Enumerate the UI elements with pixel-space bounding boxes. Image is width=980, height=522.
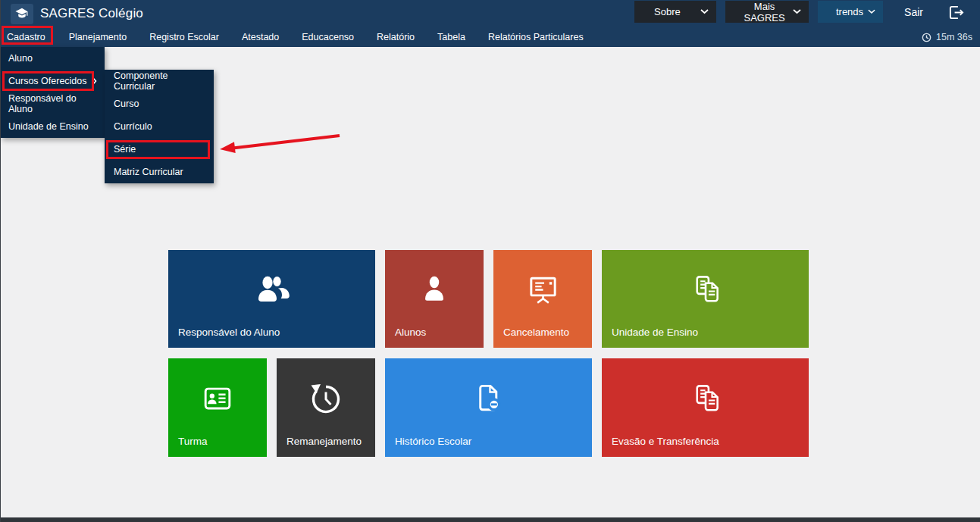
annotation-arrow xyxy=(214,127,343,156)
menubar-items: Cadastro Planejamento Registro Escolar A… xyxy=(1,27,595,47)
tile-label: Histórico Escolar xyxy=(385,436,592,457)
sair-button[interactable]: Sair xyxy=(892,2,934,23)
tile-alunos[interactable]: Alunos xyxy=(385,250,484,348)
clock-icon xyxy=(922,33,931,42)
tile-turma[interactable]: Turma xyxy=(168,358,267,457)
mais-sagres-dropdown[interactable]: Mais SAGRES xyxy=(725,1,809,23)
tile-label: Alunos xyxy=(385,327,484,348)
tile-grid: Responsável do Aluno Alunos Cancelamento xyxy=(168,250,809,457)
app-logo[interactable] xyxy=(11,4,33,24)
submenu-item-componente-curricular[interactable]: Componente Curricular xyxy=(105,70,214,92)
menu-item-relatorios-particulares[interactable]: Relatórios Particulares xyxy=(477,27,595,47)
users-icon xyxy=(168,250,375,327)
app-title: SAGRES Colégio xyxy=(40,6,143,21)
document-minus-icon xyxy=(385,358,592,436)
session-timer-value: 15m 36s xyxy=(936,32,972,42)
topbar: SAGRES Colégio Sobre Mais SAGRES trends … xyxy=(1,0,980,27)
graduation-cap-icon xyxy=(14,7,30,20)
tile-responsavel-do-aluno[interactable]: Responsável do Aluno xyxy=(168,250,375,348)
tile-evasao-e-transferencia[interactable]: Evasão e Transferência xyxy=(602,358,809,457)
brand: SAGRES Colégio xyxy=(1,4,143,24)
sobre-dropdown[interactable]: Sobre xyxy=(634,1,716,23)
submenu-item-matriz-curricular[interactable]: Matriz Curricular xyxy=(105,161,214,183)
copy-documents-icon xyxy=(602,250,809,327)
sobre-label: Sobre xyxy=(654,6,681,17)
trends-label: trends xyxy=(836,6,863,17)
dropdown-item-responsavel-do-aluno[interactable]: Responsável do Aluno xyxy=(1,92,105,115)
tile-unidade-de-ensino[interactable]: Unidade de Ensino xyxy=(602,250,809,348)
user-icon xyxy=(385,250,484,327)
presentation-board-icon xyxy=(493,250,592,327)
dropdown-item-cursos-oferecidos[interactable]: Cursos Oferecidos xyxy=(1,70,105,92)
menu-item-educacenso[interactable]: Educacenso xyxy=(290,27,365,47)
topbar-right: Sobre Mais SAGRES trends Sair xyxy=(634,0,980,27)
menu-item-relatorio[interactable]: Relatório xyxy=(365,27,426,47)
dropdown-item-aluno[interactable]: Aluno xyxy=(1,47,105,70)
chevron-down-icon xyxy=(700,9,709,14)
tile-label: Responsável do Aluno xyxy=(168,327,375,348)
tile-label: Turma xyxy=(168,436,267,457)
menu-item-cadastro[interactable]: Cadastro xyxy=(7,27,58,47)
mais-sagres-label: Mais SAGRES xyxy=(736,1,793,23)
bottom-edge-bar xyxy=(1,517,980,522)
chevron-down-icon xyxy=(793,9,801,14)
submenu-item-curso[interactable]: Curso xyxy=(105,92,214,115)
tile-label: Evasão e Transferência xyxy=(602,436,809,457)
contact-card-icon xyxy=(168,358,267,436)
chevron-down-icon xyxy=(868,9,875,14)
history-clock-icon xyxy=(277,358,375,436)
copy-documents-icon xyxy=(602,358,809,436)
cursos-oferecidos-submenu-panel: Componente Curricular Curso Currículo Sé… xyxy=(105,70,214,183)
tile-label: Cancelamento xyxy=(493,327,592,348)
menu-item-atestado[interactable]: Atestado xyxy=(230,27,290,47)
tile-label: Unidade de Ensino xyxy=(602,327,809,348)
tile-cancelamento[interactable]: Cancelamento xyxy=(493,250,592,348)
submenu-item-curriculo[interactable]: Currículo xyxy=(105,115,214,138)
tile-historico-escolar[interactable]: Histórico Escolar xyxy=(385,358,592,457)
chevron-right-icon xyxy=(92,77,97,85)
tile-remanejamento[interactable]: Remanejamento xyxy=(277,358,375,457)
session-timer: 15m 36s xyxy=(922,32,980,42)
submenu-item-serie[interactable]: Série xyxy=(105,138,214,161)
logout-icon[interactable] xyxy=(947,5,965,20)
menu-item-planejamento[interactable]: Planejamento xyxy=(58,27,138,47)
menu-item-tabela[interactable]: Tabela xyxy=(426,27,477,47)
trends-dropdown[interactable]: trends xyxy=(818,1,883,23)
menubar: Cadastro Planejamento Registro Escolar A… xyxy=(1,27,980,47)
dropdown-item-unidade-de-ensino[interactable]: Unidade de Ensino xyxy=(1,115,105,138)
tile-label: Remanejamento xyxy=(277,436,375,457)
cadastro-dropdown-panel: Aluno Cursos Oferecidos Responsável do A… xyxy=(1,47,105,138)
menu-item-registro-escolar[interactable]: Registro Escolar xyxy=(138,27,230,47)
